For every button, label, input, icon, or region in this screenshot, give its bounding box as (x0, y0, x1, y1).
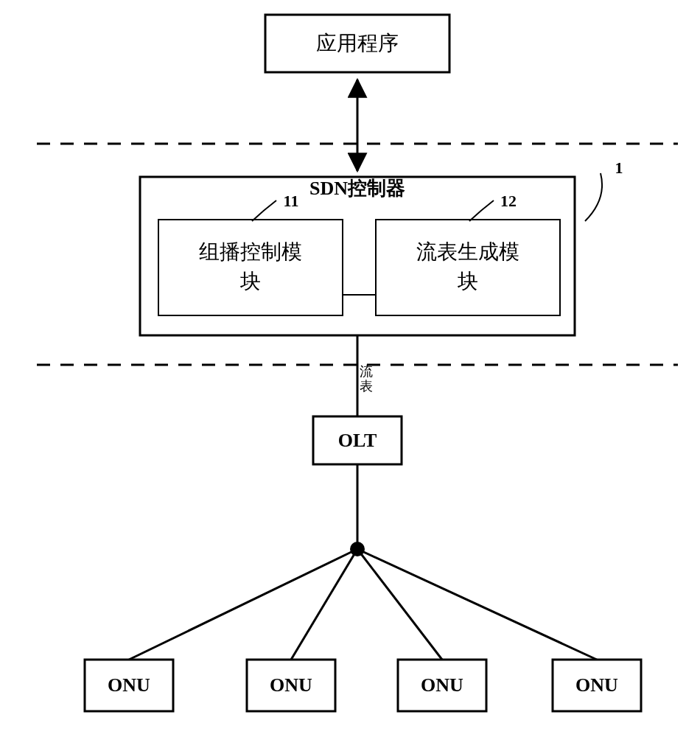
onu-label-4: ONU (575, 674, 618, 696)
flowtable-line2: 块 (457, 270, 478, 293)
onu-box-2: ONU (247, 660, 335, 711)
ref-1-leader (585, 173, 602, 221)
flow-label-c1: 流 (360, 364, 373, 379)
application-label: 应用程序 (316, 32, 399, 55)
multicast-line2: 块 (239, 270, 261, 293)
onu-box-3: ONU (398, 660, 486, 711)
onu-label-3: ONU (421, 674, 463, 696)
diagram-canvas: 应用程序 SDN控制器 1 组播控制模 块 11 流表生成模 块 12 (0, 0, 700, 737)
olt-label: OLT (338, 430, 377, 451)
flowtable-module-box: 流表生成模 块 (376, 220, 560, 315)
application-box: 应用程序 (265, 15, 449, 72)
multicast-module-box: 组播控制模 块 (158, 220, 343, 315)
svg-rect-2 (158, 220, 343, 315)
ref-12-label: 12 (500, 192, 517, 210)
splitter-onu-3 (357, 549, 442, 660)
multicast-line1: 组播控制模 (199, 240, 302, 263)
flow-label-c2: 表 (360, 379, 373, 394)
flowtable-line1: 流表生成模 (416, 240, 519, 263)
splitter-onu-4 (357, 549, 597, 660)
svg-rect-3 (376, 220, 560, 315)
onu-label-2: ONU (270, 674, 312, 696)
onu-label-1: ONU (108, 674, 150, 696)
onu-box-4: ONU (553, 660, 641, 711)
ref-11-label: 11 (284, 192, 299, 210)
olt-box: OLT (313, 416, 402, 464)
onu-box-1: ONU (85, 660, 173, 711)
sdn-controller-box: SDN控制器 1 组播控制模 块 11 流表生成模 块 12 (140, 158, 623, 335)
sdn-controller-title: SDN控制器 (309, 178, 405, 199)
ref-1-label: 1 (615, 158, 623, 177)
